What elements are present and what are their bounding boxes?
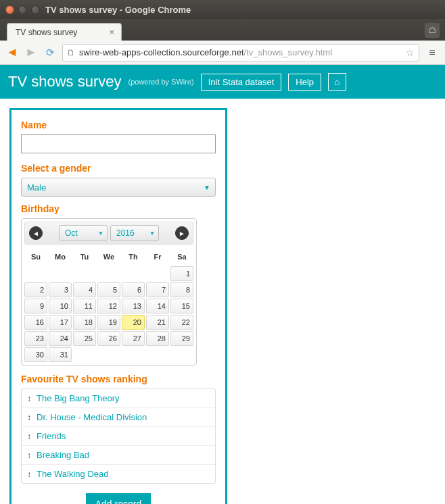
datepicker-empty-cell: [49, 266, 72, 281]
page-header: TV shows survey (powered by SWire) Init …: [0, 65, 445, 99]
reload-button[interactable]: ⟳: [43, 46, 57, 59]
bookmark-star-icon[interactable]: ☆: [406, 47, 415, 58]
datepicker-dow: Th: [122, 249, 145, 265]
datepicker-day[interactable]: 20: [122, 315, 145, 330]
datepicker-day[interactable]: 14: [146, 299, 169, 313]
datepicker-day[interactable]: 16: [24, 315, 47, 330]
datepicker-grid: SuMoTuWeThFrSa12345678910111213141516171…: [24, 249, 193, 362]
gender-label: Select a gender: [21, 163, 216, 174]
datepicker-day[interactable]: 7: [146, 282, 169, 297]
window-title: TV shows survey - Google Chrome: [45, 5, 191, 15]
datepicker-day[interactable]: 28: [146, 331, 169, 346]
datepicker-day[interactable]: 3: [49, 282, 72, 297]
datepicker-day[interactable]: 25: [73, 331, 96, 346]
browser-toolbar: ◄ ► ⟳ 🗋 swire-web-apps-collection.source…: [0, 41, 445, 65]
back-button[interactable]: ◄: [5, 46, 19, 59]
window-titlebar: TV shows survey - Google Chrome: [0, 0, 445, 19]
datepicker-day[interactable]: 10: [49, 299, 72, 313]
datepicker-empty-cell: [97, 266, 120, 281]
browser-tab[interactable]: TV shows survey ×: [7, 23, 122, 41]
url-path: /tv_shows_survey.html: [244, 47, 333, 57]
ranking-item[interactable]: ↕Breaking Bad: [22, 446, 215, 465]
datepicker-prev-button[interactable]: ◄: [29, 226, 43, 240]
datepicker-day[interactable]: 27: [122, 331, 145, 346]
datepicker-day[interactable]: 31: [49, 347, 72, 362]
name-input[interactable]: [21, 134, 216, 153]
birthday-label: Birthday: [21, 203, 216, 214]
datepicker-day[interactable]: 15: [170, 299, 193, 313]
url-host: swire-web-apps-collection.sourceforge.ne…: [79, 47, 244, 57]
ranking-list: ↕The Big Bang Theory↕Dr. House - Medical…: [21, 388, 216, 484]
datepicker-month-select[interactable]: Oct: [59, 225, 108, 241]
init-dataset-button[interactable]: Init Stata dataset: [201, 74, 282, 91]
datepicker-day[interactable]: 23: [24, 331, 47, 346]
tab-strip: TV shows survey × ☖: [0, 19, 445, 41]
datepicker-day[interactable]: 1: [170, 266, 193, 281]
home-icon: ⌂: [334, 76, 339, 87]
datepicker-day[interactable]: 26: [97, 331, 120, 346]
datepicker-day[interactable]: 5: [97, 282, 120, 297]
datepicker-day[interactable]: 29: [170, 331, 193, 346]
page-content: Name Select a gender Male ▼ Birthday ◄ O…: [0, 99, 445, 504]
datepicker-empty-cell: [97, 347, 120, 362]
datepicker-day[interactable]: 19: [97, 315, 120, 330]
datepicker-dow: Sa: [170, 249, 193, 265]
chrome-user-icon[interactable]: ☖: [425, 23, 440, 38]
datepicker-day[interactable]: 24: [49, 331, 72, 346]
tab-close-icon[interactable]: ×: [109, 27, 114, 37]
address-bar[interactable]: 🗋 swire-web-apps-collection.sourceforge.…: [62, 44, 419, 61]
datepicker-year-select[interactable]: 2016: [110, 225, 159, 241]
ranking-item-label: Dr. House - Medical Division: [37, 412, 147, 422]
datepicker-empty-cell: [146, 347, 169, 362]
datepicker-empty-cell: [170, 347, 193, 362]
drag-handle-icon: ↕: [27, 394, 31, 403]
add-record-button[interactable]: Add record: [86, 493, 151, 504]
datepicker-next-button[interactable]: ►: [175, 226, 189, 240]
ranking-item[interactable]: ↕The Big Bang Theory: [22, 389, 215, 408]
tab-title: TV shows survey: [16, 28, 77, 37]
datepicker-empty-cell: [122, 347, 145, 362]
datepicker-empty-cell: [122, 266, 145, 281]
datepicker-day[interactable]: 21: [146, 315, 169, 330]
window-minimize-button[interactable]: [18, 5, 27, 14]
datepicker-day[interactable]: 4: [73, 282, 96, 297]
datepicker-dow: Tu: [73, 249, 96, 265]
ranking-item[interactable]: ↕Friends: [22, 427, 215, 446]
drag-handle-icon: ↕: [27, 451, 31, 460]
window-maximize-button[interactable]: [31, 5, 40, 14]
datepicker-day[interactable]: 18: [73, 315, 96, 330]
ranking-label: Favourite TV shows ranking: [21, 374, 216, 384]
datepicker-empty-cell: [73, 347, 96, 362]
datepicker-day[interactable]: 11: [73, 299, 96, 313]
ranking-item-label: The Walking Dead: [37, 469, 108, 479]
drag-handle-icon: ↕: [27, 470, 31, 479]
ranking-item-label: The Big Bang Theory: [37, 393, 120, 403]
help-button[interactable]: Help: [288, 74, 321, 91]
datepicker-header: ◄ Oct ▼ 2016 ▼ ►: [24, 222, 193, 245]
datepicker-day[interactable]: 12: [97, 299, 120, 313]
url-text: swire-web-apps-collection.sourceforge.ne…: [79, 47, 332, 57]
datepicker-dow: We: [97, 249, 120, 265]
datepicker-day[interactable]: 6: [122, 282, 145, 297]
ranking-item-label: Friends: [37, 431, 66, 441]
ranking-item[interactable]: ↕Dr. House - Medical Division: [22, 408, 215, 427]
datepicker-day[interactable]: 22: [170, 315, 193, 330]
datepicker-empty-cell: [146, 266, 169, 281]
datepicker-day[interactable]: 30: [24, 347, 47, 362]
forward-button: ►: [24, 46, 38, 59]
gender-select[interactable]: Male: [21, 178, 216, 197]
datepicker-empty-cell: [24, 266, 47, 281]
ranking-item-label: Breaking Bad: [37, 450, 89, 460]
home-button[interactable]: ⌂: [328, 73, 346, 91]
chrome-menu-icon[interactable]: ≡: [425, 45, 440, 60]
datepicker-dow: Mo: [49, 249, 72, 265]
datepicker-day[interactable]: 9: [24, 299, 47, 313]
ranking-item[interactable]: ↕The Walking Dead: [22, 465, 215, 483]
datepicker-day[interactable]: 2: [24, 282, 47, 297]
drag-handle-icon: ↕: [27, 432, 31, 441]
window-close-button[interactable]: [5, 5, 14, 14]
datepicker-day[interactable]: 8: [170, 282, 193, 297]
datepicker-day[interactable]: 13: [122, 299, 145, 313]
name-label: Name: [21, 120, 216, 130]
datepicker-day[interactable]: 17: [49, 315, 72, 330]
